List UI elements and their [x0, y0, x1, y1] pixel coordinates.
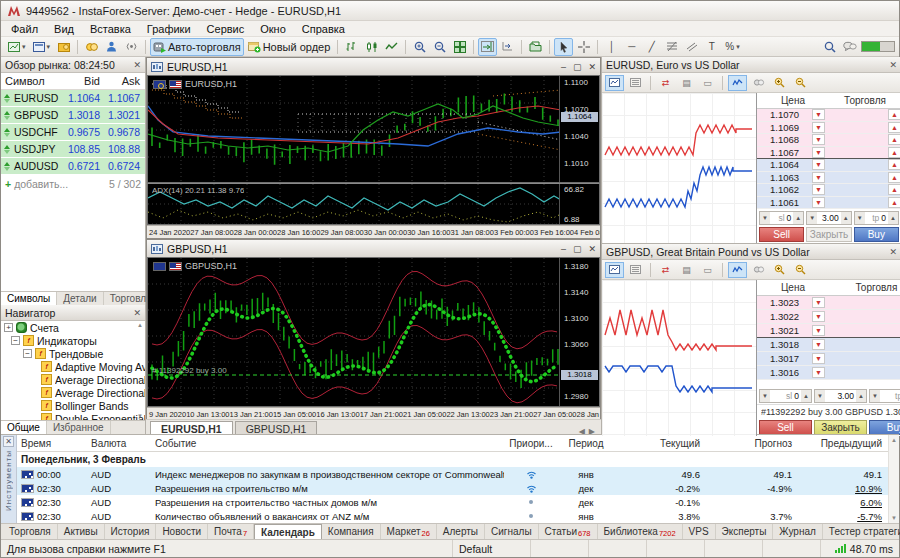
- col-priority[interactable]: Приори...: [504, 438, 558, 449]
- maximize-icon[interactable]: ▢: [573, 244, 582, 254]
- close-icon[interactable]: ✕: [133, 60, 141, 70]
- buy-button[interactable]: Buy: [854, 227, 899, 242]
- col-forecast[interactable]: Прогноз: [710, 438, 802, 449]
- gbpusd-price-scale[interactable]: 1.3180 1.3140 1.3100 1.3060 1.2980 1.301…: [559, 258, 599, 406]
- ask-row[interactable]: 1.3023▼▲: [757, 296, 900, 310]
- calendar-scrollbar[interactable]: ▲ ▼: [888, 435, 899, 523]
- tab-news[interactable]: Новости: [156, 524, 208, 539]
- buy-stop-icon[interactable]: ▲: [888, 134, 900, 145]
- candle-chart-button[interactable]: [362, 38, 381, 56]
- dom-volume-button[interactable]: [749, 262, 768, 278]
- gbpusd-window-titlebar[interactable]: GBPUSD,H1 –▢✕: [147, 240, 600, 257]
- bid-row[interactable]: 1.3017▼▲: [757, 352, 900, 366]
- dom-close-orders-button[interactable]: ▭: [698, 75, 717, 91]
- community-button[interactable]: [102, 38, 121, 56]
- table-row[interactable]: EURUSD1.10641.1067: [1, 90, 145, 107]
- dom-zoom-in-button[interactable]: [770, 262, 789, 278]
- tile-windows-button[interactable]: [450, 38, 469, 56]
- scroll-up-icon[interactable]: ▲: [137, 322, 143, 328]
- sell-stop-icon[interactable]: ▼: [812, 339, 825, 350]
- table-row[interactable]: GBPUSD1.30181.3021: [1, 107, 145, 124]
- gbpusd-tick-chart[interactable]: [602, 280, 757, 436]
- tree-item-indicator[interactable]: fAverage Directional: [1, 373, 145, 386]
- strategy-tester-tab[interactable]: Тестер стратегий: [823, 524, 900, 539]
- zoom-out-button[interactable]: [430, 38, 449, 56]
- col-symbol[interactable]: Символ: [1, 75, 64, 87]
- sell-limit-icon[interactable]: ▼: [812, 325, 825, 336]
- col-currency[interactable]: Валюта: [91, 438, 155, 449]
- sell-limit-icon[interactable]: ▼: [812, 311, 825, 322]
- table-row[interactable]: USDCHF0.96750.9678: [1, 124, 145, 141]
- tab-alerts[interactable]: Алерты: [437, 524, 485, 539]
- sell-limit-icon[interactable]: ▼: [812, 122, 825, 133]
- buy-limit-icon[interactable]: ▲: [888, 184, 900, 195]
- ask-row[interactable]: 1.1069▼▲: [757, 122, 900, 135]
- dom-orders-button[interactable]: ▤: [677, 75, 696, 91]
- ask-row[interactable]: 1.3022▼▲: [757, 310, 900, 324]
- dom-chart-mode-button[interactable]: [605, 262, 624, 278]
- col-period[interactable]: Период: [558, 438, 614, 449]
- tab-details[interactable]: Детали: [57, 292, 103, 305]
- bid-row[interactable]: 1.1064▼▲: [757, 159, 900, 172]
- tab-history[interactable]: История: [105, 524, 157, 539]
- expand-icon[interactable]: +: [4, 323, 13, 332]
- fibonacci-button[interactable]: [662, 38, 681, 56]
- tab-trade[interactable]: Торговля: [3, 524, 58, 539]
- close-icon[interactable]: ✕: [588, 244, 596, 254]
- tree-item-indicators[interactable]: −fИндикаторы: [1, 334, 145, 347]
- autoscroll-button[interactable]: [478, 38, 497, 56]
- scroll-down-icon[interactable]: ▼: [891, 515, 897, 521]
- new-order-button[interactable]: Новый ордер: [245, 38, 334, 56]
- sl-stepper[interactable]: ▼sl0▲: [759, 389, 812, 403]
- close-icon[interactable]: ✕: [889, 247, 897, 257]
- status-profile[interactable]: Default: [453, 540, 531, 557]
- calendar-row[interactable]: 02:30 AUD Количество объявлений о ваканс…: [17, 509, 888, 523]
- sell-button[interactable]: Sell: [759, 420, 812, 435]
- ask-row[interactable]: 1.3021▼▲: [757, 324, 900, 338]
- buy-limit-icon[interactable]: ▲: [888, 197, 900, 208]
- sell-limit-icon[interactable]: ▼: [812, 297, 825, 308]
- minimize-icon[interactable]: –: [561, 62, 566, 72]
- tab-signals[interactable]: Сигналы: [485, 524, 539, 539]
- autotrade-button[interactable]: Авто-торговля: [150, 38, 244, 56]
- sell-limit-icon[interactable]: ▼: [812, 147, 825, 158]
- maximize-icon[interactable]: ▢: [573, 62, 582, 72]
- menu-window[interactable]: Окно: [252, 22, 294, 36]
- line-chart-button[interactable]: [382, 38, 401, 56]
- bid-row[interactable]: 1.1063▼▲: [757, 172, 900, 185]
- vertical-line-button[interactable]: │: [602, 38, 621, 56]
- bid-row[interactable]: 1.1062▼▲: [757, 184, 900, 197]
- bid-row[interactable]: 1.3016▼▲: [757, 366, 900, 380]
- close-icon[interactable]: ✕: [889, 60, 897, 70]
- tab-company[interactable]: Компания: [322, 524, 381, 539]
- menu-tools[interactable]: Сервис: [199, 22, 253, 36]
- menu-file[interactable]: Файл: [3, 22, 46, 36]
- lot-stepper[interactable]: ▼3.00▲: [806, 211, 851, 225]
- calendar-row[interactable]: 02:30 AUD Разрешения на строительство м/…: [17, 481, 888, 495]
- dom-ticks-button[interactable]: [728, 262, 747, 278]
- sell-limit-icon[interactable]: ▼: [812, 109, 825, 120]
- sell-stop-icon[interactable]: ▼: [812, 184, 825, 195]
- sell-stop-icon[interactable]: ▼: [812, 172, 825, 183]
- tab-market[interactable]: Маркет26: [381, 524, 437, 539]
- col-event[interactable]: Событие: [155, 438, 504, 449]
- dom-book-mode-button[interactable]: [626, 75, 645, 91]
- bar-chart-button[interactable]: [342, 38, 361, 56]
- dom-zoom-in-button[interactable]: [770, 75, 789, 91]
- bid-row[interactable]: 1.1061▼▲: [757, 197, 900, 210]
- tab-mail[interactable]: Почта7: [208, 524, 254, 539]
- dom-refresh-button[interactable]: ⇄: [656, 262, 675, 278]
- close-icon[interactable]: ✕: [133, 308, 141, 318]
- calendar-row[interactable]: 02:30 AUD Разрешения на строительство ча…: [17, 495, 888, 509]
- dom-volume-button[interactable]: [749, 75, 768, 91]
- close-icon[interactable]: ✕: [3, 436, 14, 447]
- calendar-row[interactable]: 00:00 AUD Индекс менеджеров по закупкам …: [17, 467, 888, 481]
- buy-stop-icon[interactable]: ▲: [888, 122, 900, 133]
- scroll-down-icon[interactable]: ▼: [137, 413, 143, 419]
- bid-row[interactable]: 1.3018▼▲: [757, 338, 900, 352]
- ask-row[interactable]: 1.1067▼▲: [757, 147, 900, 160]
- gbpusd-chart[interactable]: GBPUSD,H1 # 11392292 buy 3.00 1.3180 1.3…: [147, 257, 600, 407]
- tab-experts[interactable]: Эксперты: [716, 524, 774, 539]
- eurusd-price-scale[interactable]: 1.1100 1.1070 1.1040 1.1010 1.1064: [559, 76, 599, 182]
- horizontal-line-button[interactable]: ─: [622, 38, 641, 56]
